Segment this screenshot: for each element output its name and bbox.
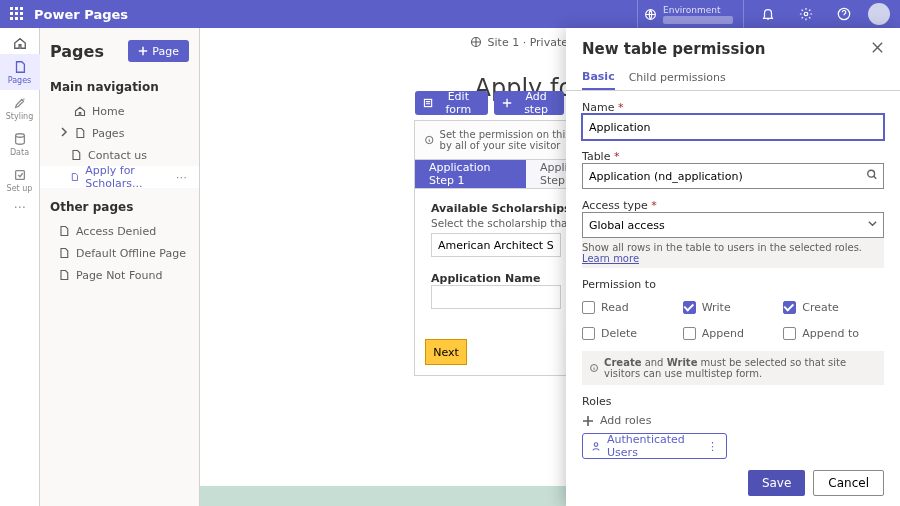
database-icon [13, 132, 27, 146]
help-icon [837, 7, 851, 21]
section-main-nav: Main navigation [40, 70, 199, 98]
add-roles-button[interactable]: Add roles [582, 414, 884, 427]
perm-write[interactable]: Write [683, 297, 784, 317]
perm-create[interactable]: Create [783, 297, 884, 317]
edit-form-button[interactable]: Edit form [415, 91, 488, 115]
page-icon [70, 149, 82, 161]
step-tab-1[interactable]: Application Step 1 [415, 160, 526, 188]
next-button[interactable]: Next [425, 339, 467, 365]
tab-child[interactable]: Child permissions [629, 64, 726, 90]
tree-item-more[interactable]: ⋯ [176, 171, 187, 184]
plus-icon [582, 415, 594, 427]
pages-pane-title: Pages [50, 42, 104, 61]
checkbox[interactable] [582, 301, 595, 314]
avatar[interactable] [868, 3, 890, 25]
home-icon [13, 36, 27, 50]
checkbox[interactable] [783, 301, 796, 314]
rail-more[interactable]: ⋯ [14, 200, 26, 214]
svg-point-11 [594, 443, 598, 447]
tree-access-denied[interactable]: Access Denied [40, 220, 199, 242]
table-search-icon[interactable] [866, 169, 878, 184]
svg-point-3 [15, 133, 24, 137]
environment-picker[interactable]: Environment [637, 0, 744, 28]
notifications-button[interactable] [754, 0, 782, 28]
plus-icon [138, 46, 148, 56]
search-icon [866, 169, 878, 181]
perm-read[interactable]: Read [582, 297, 683, 317]
brush-icon [13, 96, 27, 110]
tree-apply[interactable]: Apply for Scholars...⋯ [40, 166, 199, 188]
svg-point-9 [868, 170, 875, 177]
rail-styling[interactable]: Styling [0, 90, 40, 126]
panel-title: New table permission [582, 40, 765, 58]
svg-rect-6 [424, 99, 431, 106]
close-icon [871, 41, 884, 54]
setup-icon [13, 168, 27, 182]
perm-label: Append to [802, 327, 859, 340]
scholarships-input[interactable] [431, 233, 561, 257]
pages-pane: Pages Page Main navigation Home Pages Co… [40, 28, 200, 506]
perm-append[interactable]: Append [683, 323, 784, 343]
perm-label: Delete [601, 327, 637, 340]
perm-delete[interactable]: Delete [582, 323, 683, 343]
name-input[interactable] [582, 114, 884, 140]
perm-label: Read [601, 301, 629, 314]
panel-close[interactable] [871, 41, 884, 57]
perm-appendto[interactable]: Append to [783, 323, 884, 343]
checkbox[interactable] [683, 301, 696, 314]
help-button[interactable] [830, 0, 858, 28]
tree-offline[interactable]: Default Offline Page [40, 242, 199, 264]
plus-icon [502, 97, 512, 109]
rail-home[interactable] [13, 32, 27, 54]
form-icon [423, 97, 433, 109]
page-icon [58, 247, 70, 259]
chevron-right-icon [58, 126, 70, 138]
role-pill-more[interactable]: ⋮ [707, 440, 718, 453]
appname-input[interactable] [431, 285, 561, 309]
svg-point-1 [804, 12, 808, 16]
rail-data[interactable]: Data [0, 126, 40, 162]
access-label: Access type [582, 199, 648, 212]
name-label: Name [582, 101, 614, 114]
checkbox[interactable] [683, 327, 696, 340]
page-icon [74, 127, 86, 139]
cancel-button[interactable]: Cancel [813, 470, 884, 496]
tree-home[interactable]: Home [40, 100, 199, 122]
rail-setup[interactable]: Set up [0, 162, 40, 198]
add-step-button[interactable]: Add step [494, 91, 565, 115]
settings-button[interactable] [792, 0, 820, 28]
permission-to-label: Permission to [582, 278, 884, 291]
table-input[interactable] [582, 163, 884, 189]
appname-label: Application Name [431, 272, 541, 285]
tree-pages[interactable]: Pages [40, 122, 199, 144]
gear-icon [799, 7, 813, 21]
page-icon [70, 171, 79, 183]
learn-more-link[interactable]: Learn more [582, 253, 639, 264]
tree-notfound[interactable]: Page Not Found [40, 264, 199, 286]
chevron-down-icon [867, 218, 878, 229]
app-launcher-icon[interactable] [10, 7, 24, 21]
section-other-pages: Other pages [40, 190, 199, 218]
checkbox[interactable] [582, 327, 595, 340]
info-icon [425, 134, 434, 146]
info-icon [590, 362, 598, 374]
environment-icon [644, 8, 657, 21]
page-icon [58, 269, 70, 281]
top-bar: Power Pages Environment [0, 0, 900, 28]
role-pill[interactable]: Authenticated Users ⋮ [582, 433, 727, 459]
scholarships-label: Available Scholarships [431, 202, 571, 215]
rail-pages[interactable]: Pages [0, 54, 40, 90]
page-icon [58, 225, 70, 237]
perm-label: Create [802, 301, 839, 314]
tab-basic[interactable]: Basic [582, 64, 615, 90]
access-select[interactable] [582, 212, 884, 238]
table-label: Table [582, 150, 610, 163]
checkbox[interactable] [783, 327, 796, 340]
permission-panel: New table permission Basic Child permiss… [566, 28, 900, 506]
page-icon [13, 60, 27, 74]
left-rail: Pages Styling Data Set up ⋯ [0, 28, 40, 506]
roles-label: Roles [582, 395, 884, 408]
new-page-button[interactable]: Page [128, 40, 189, 62]
save-button[interactable]: Save [748, 470, 805, 496]
tree-contact[interactable]: Contact us [40, 144, 199, 166]
